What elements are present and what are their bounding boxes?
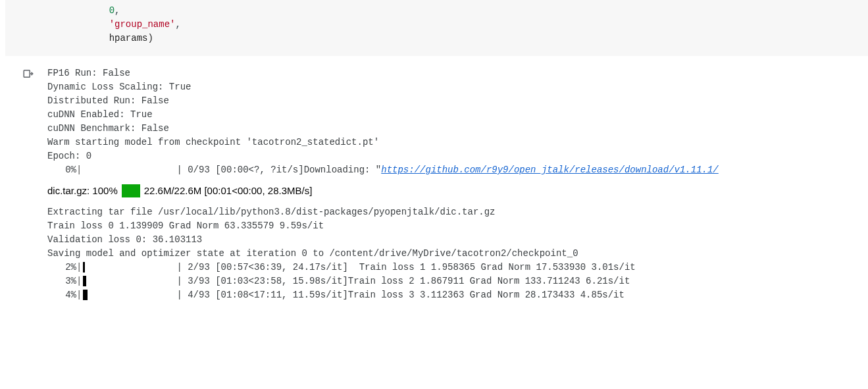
progress-tail: | 4/93 [01:08<17:11, 11.59s/it]Train los… — [176, 288, 625, 302]
progress-pct: 4% — [47, 288, 76, 302]
out-cudnn-en: cuDNN Enabled: True — [47, 108, 868, 122]
progress-pct: 0% — [47, 163, 76, 177]
progress-row: 3%|| 3/93 [01:03<23:58, 15.98s/it]Train … — [47, 274, 868, 288]
out-saving: Saving model and optimizer state at iter… — [47, 247, 868, 261]
out-epoch: Epoch: 0 — [47, 149, 868, 163]
out-cudnn-bm: cuDNN Benchmark: False — [47, 122, 868, 136]
progress-bar-empty — [82, 163, 176, 177]
progress-tail: | 0/93 [00:00<?, ?it/s]Downloading: " — [176, 163, 381, 177]
out-warmstart: Warm starting model from checkpoint 'tac… — [47, 136, 868, 149]
out-dyn-loss: Dynamic Loss Scaling: True — [47, 80, 868, 94]
progress-bar-box — [82, 261, 176, 274]
code-token-plain: hparams) — [109, 33, 153, 43]
output-wrapper: FP16 Run: False Dynamic Loss Scaling: Tr… — [0, 56, 868, 302]
out-trainloss-0: Train loss 0 1.139909 Grad Norm 63.33557… — [47, 219, 868, 233]
progress-bar-fill — [83, 290, 88, 300]
code-token-string: 'group_name' — [109, 19, 176, 30]
progress-pct: 3% — [47, 274, 76, 288]
code-line-2: hparams) — [5, 32, 868, 45]
download-stats: 22.6M/22.6M [00:01<00:00, 28.3MB/s] — [144, 184, 313, 199]
download-label: dic.tar.gz: 100% — [47, 184, 118, 199]
code-cell[interactable]: 0, 'group_name', hparams) — [5, 0, 868, 56]
progress-row: 4%|| 4/93 [01:08<17:11, 11.59s/it]Train … — [47, 288, 868, 302]
out-valloss-0: Validation loss 0: 36.103113 — [47, 233, 868, 247]
download-bar-row: dic.tar.gz: 100% 22.6M/22.6M [00:01<00:0… — [47, 177, 868, 205]
svg-rect-0 — [24, 70, 30, 78]
download-link[interactable]: https://github.com/r9y9/open_jtalk/relea… — [381, 163, 718, 177]
progress-row-init: 0%| | 0/93 [00:00<?, ?it/s]Downloading: … — [47, 163, 868, 177]
progress-tail: | 2/93 [00:57<36:39, 24.17s/it] Train lo… — [176, 261, 635, 274]
code-token-number: 0 — [109, 5, 115, 16]
progress-tail: | 3/93 [01:03<23:58, 15.98s/it]Train los… — [176, 274, 630, 288]
out-dist-run: Distributed Run: False — [47, 94, 868, 108]
code-line-1: 'group_name', — [5, 18, 868, 32]
out-extract: Extracting tar file /usr/local/lib/pytho… — [47, 205, 868, 219]
output-gutter — [0, 66, 47, 302]
progress-pct: 2% — [47, 261, 76, 274]
out-fp16: FP16 Run: False — [47, 66, 868, 80]
progress-bar-fill — [83, 262, 85, 272]
progress-bar-box — [82, 288, 176, 302]
progress-row: 2%|| 2/93 [00:57<36:39, 24.17s/it] Train… — [47, 261, 868, 274]
progress-bar-box — [82, 274, 176, 288]
code-line-0: 0, — [5, 4, 868, 18]
progress-bar-fill — [83, 276, 86, 286]
download-bar-fill — [122, 184, 140, 197]
output-area[interactable]: FP16 Run: False Dynamic Loss Scaling: Tr… — [47, 66, 868, 302]
output-arrow-icon[interactable] — [22, 68, 47, 80]
